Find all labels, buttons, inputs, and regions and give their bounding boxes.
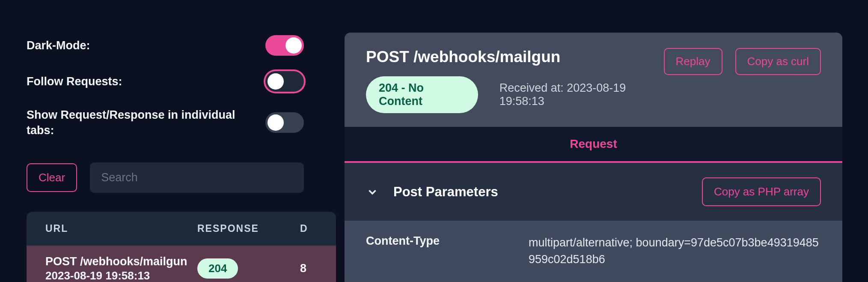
chevron-down-icon[interactable] [366, 186, 379, 198]
section-title: Post Parameters [393, 184, 498, 200]
status-badge: 204 [197, 258, 238, 279]
replay-button[interactable]: Replay [664, 48, 722, 75]
detail-tabs: Request [345, 127, 842, 163]
setting-follow-requests: Follow Requests: [27, 71, 336, 92]
request-table: URL RESPONSE D POST /webhooks/mailgun 20… [27, 212, 336, 282]
dark-mode-label: Dark-Mode: [27, 38, 90, 53]
setting-individual-tabs: Show Request/Response in individual tabs… [27, 107, 336, 138]
request-table-header: URL RESPONSE D [27, 212, 336, 246]
detail-title: POST /webhooks/mailgun [366, 48, 664, 66]
table-row[interactable]: POST /webhooks/mailgun 2023-08-19 19:58:… [27, 246, 336, 282]
tab-request[interactable]: Request [345, 127, 842, 163]
post-params-section: Post Parameters Copy as PHP array [345, 163, 842, 221]
detail-header: POST /webhooks/mailgun 204 - No Content … [345, 33, 842, 127]
follow-requests-toggle[interactable] [265, 71, 304, 92]
row-time: 2023-08-19 19:58:13 [45, 269, 197, 282]
sidebar: Dark-Mode: Follow Requests: Show Request… [0, 0, 336, 282]
param-row: Content-Type multipart/alternative; boun… [345, 221, 842, 282]
follow-requests-label: Follow Requests: [27, 74, 122, 89]
individual-tabs-label: Show Request/Response in individual tabs… [27, 107, 258, 138]
search-input[interactable] [90, 162, 304, 193]
tools-row: Clear [27, 162, 336, 193]
col-header-duration: D [300, 223, 317, 234]
clear-button[interactable]: Clear [27, 163, 77, 192]
received-at: Received at: 2023-08-19 19:58:13 [499, 81, 664, 108]
col-header-response: RESPONSE [197, 223, 300, 234]
detail-status-badge: 204 - No Content [366, 76, 478, 113]
dark-mode-toggle[interactable] [265, 35, 304, 56]
detail-panel: POST /webhooks/mailgun 204 - No Content … [345, 33, 842, 282]
row-duration: 8 [300, 262, 317, 275]
individual-tabs-toggle[interactable] [265, 112, 304, 133]
param-key: Content-Type [366, 234, 529, 268]
setting-dark-mode: Dark-Mode: [27, 35, 336, 56]
row-endpoint: POST /webhooks/mailgun [45, 255, 197, 268]
param-value: multipart/alternative; boundary=97de5c07… [529, 234, 821, 268]
copy-curl-button[interactable]: Copy as curl [735, 48, 821, 75]
copy-php-button[interactable]: Copy as PHP array [702, 177, 821, 206]
col-header-url: URL [45, 223, 197, 234]
